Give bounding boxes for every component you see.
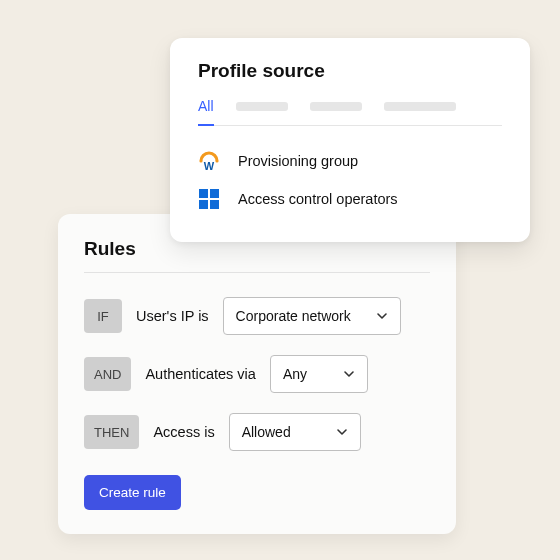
chevron-down-icon [343, 368, 355, 380]
svg-text:W: W [204, 160, 215, 172]
windows-icon [198, 188, 220, 210]
chevron-down-icon [376, 310, 388, 322]
operator-chip-if: IF [84, 299, 122, 333]
select-value: Allowed [242, 424, 291, 440]
create-rule-button[interactable]: Create rule [84, 475, 181, 510]
tab-placeholder[interactable] [310, 102, 362, 111]
rules-panel: Rules IF User's IP is Corporate network … [58, 214, 456, 534]
operator-chip-and: AND [84, 357, 131, 391]
select-value: Any [283, 366, 307, 382]
rule-row-then: THEN Access is Allowed [84, 413, 430, 451]
tab-placeholder[interactable] [384, 102, 456, 111]
svg-rect-1 [199, 189, 208, 198]
profile-source-title: Profile source [198, 60, 502, 82]
tabs: All [198, 98, 502, 126]
profile-source-panel: Profile source All W Provisioning group [170, 38, 530, 242]
tab-placeholder[interactable] [236, 102, 288, 111]
select-access[interactable]: Allowed [229, 413, 361, 451]
rule-text: Authenticates via [145, 366, 255, 382]
rule-text: User's IP is [136, 308, 209, 324]
source-label: Access control operators [238, 191, 398, 207]
divider [84, 272, 430, 273]
rule-text: Access is [153, 424, 214, 440]
operator-chip-then: THEN [84, 415, 139, 449]
source-label: Provisioning group [238, 153, 358, 169]
svg-rect-3 [199, 200, 208, 209]
select-value: Corporate network [236, 308, 351, 324]
source-item-provisioning[interactable]: W Provisioning group [198, 142, 502, 180]
source-list: W Provisioning group Access control oper… [198, 142, 502, 218]
rule-row-and: AND Authenticates via Any [84, 355, 430, 393]
rule-row-if: IF User's IP is Corporate network [84, 297, 430, 335]
source-item-access-control[interactable]: Access control operators [198, 180, 502, 218]
tab-all[interactable]: All [198, 98, 214, 126]
svg-rect-4 [210, 200, 219, 209]
svg-rect-2 [210, 189, 219, 198]
select-ip[interactable]: Corporate network [223, 297, 401, 335]
workday-icon: W [198, 150, 220, 172]
chevron-down-icon [336, 426, 348, 438]
select-auth[interactable]: Any [270, 355, 368, 393]
